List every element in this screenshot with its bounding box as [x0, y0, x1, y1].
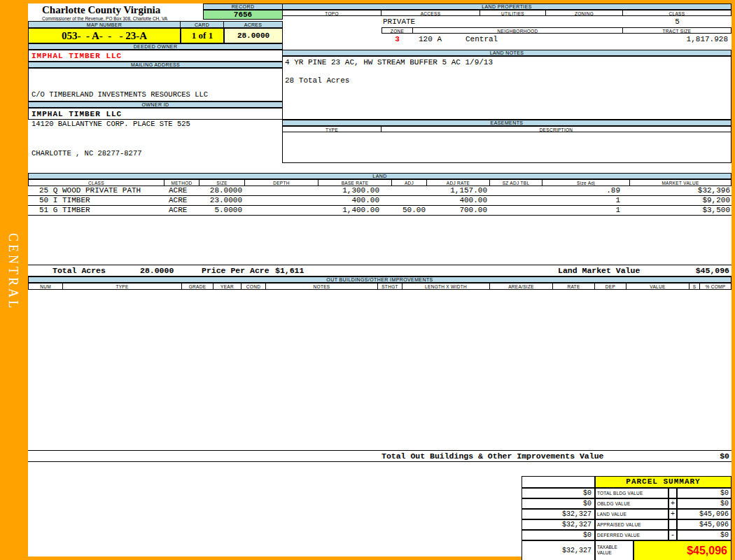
land-cell-method: ACRE: [164, 186, 200, 195]
total-bldg-value: $0: [677, 488, 732, 498]
prior-obldg-value: $0: [522, 498, 595, 509]
land-cell-adj: [392, 186, 427, 195]
land-cell-depth: [245, 206, 318, 215]
land-col-adj-rate: ADJ RATE: [427, 179, 490, 186]
tract-size-value: 1,817.928: [623, 35, 728, 44]
prior-appraised-value: $32,327: [522, 519, 595, 530]
land-cell-sz-adj-tbl: [490, 186, 542, 195]
easements-header: EASEMENTS: [282, 120, 732, 126]
ob-col-rate: RATE: [553, 283, 595, 290]
class-header: CLASS: [623, 10, 732, 16]
card-header: CARD: [181, 21, 224, 28]
land-cell-size: 23.0000: [200, 196, 245, 205]
map-number-header: MAP NUMBER: [28, 21, 181, 28]
land-table-row: 51 G TIMBER ACRE 5.0000 1,400.00 50.00 7…: [28, 206, 732, 216]
appraised-value-label: APPRAISED VALUE: [595, 519, 668, 530]
ob-col-year: YEAR: [214, 283, 241, 290]
land-cell-adj-rate: 700.00: [427, 206, 490, 215]
land-cell-sz-adj-tbl: [490, 206, 542, 215]
land-cell-size-adj: .89: [542, 186, 630, 195]
easement-description-header: DESCRIPTION: [382, 126, 732, 132]
prior-deferred-value: $0: [522, 530, 595, 540]
summary-row-land: $32,327 LAND VALUE + $45,096: [522, 509, 732, 519]
land-table-row: 50 I TIMBER ACRE 23.0000 400.00 400.00 1…: [28, 196, 732, 206]
land-notes-box: 4 YR PINE 23 AC, HW STREAM BUFFER 5 AC 1…: [282, 56, 732, 120]
easement-type-header: TYPE: [282, 126, 382, 132]
summary-row-appraised: $32,327 APPRAISED VALUE $45,096: [522, 519, 732, 530]
out-buildings-totals-bar: Total Out Buildings & Other Improvements…: [28, 450, 732, 462]
record-header: RECORD: [203, 4, 283, 10]
ob-col-type: TYPE: [63, 283, 182, 290]
zone-value: 3: [382, 35, 413, 44]
land-cell-depth: [245, 186, 318, 195]
land-value-label: LAND VALUE: [595, 509, 668, 519]
land-table-row: 25 Q WOOD PRIVATE PATH ACRE 28.0000 1,30…: [28, 186, 732, 196]
total-bldg-op: [668, 488, 677, 498]
summary-row-taxable: $32,327 TAXABLE VALUE $45,096: [522, 540, 732, 560]
land-notes-line2: 28 Total Acres: [285, 76, 349, 85]
ob-col-area-size: AREA/SIZE: [490, 283, 553, 290]
price-per-acre-value: $1,611: [275, 265, 304, 276]
ob-col-cond: COND: [241, 283, 266, 290]
parcel-summary: PARCEL SUMMARY $0 TOTAL BLDG VALUE $0 $0…: [522, 476, 732, 560]
land-col-adj: ADJ: [392, 179, 427, 186]
land-cell-sz-adj-tbl: [490, 196, 542, 205]
record-value: 7656: [203, 10, 283, 20]
appraised-value: $45,096: [677, 519, 732, 530]
out-buildings-header: OUT BUILDINGS/OTHER IMPROVEMENTS: [28, 276, 732, 283]
summary-row-obldg: $0 OBLDG VALUE + $0: [522, 498, 732, 509]
parcel-id-headers: MAP NUMBER CARD ACRES: [28, 21, 283, 28]
district-label: CENTRAL: [6, 233, 20, 345]
land-market-value-label: Land Market Value: [558, 265, 640, 276]
land-value: $45,096: [677, 509, 732, 519]
land-cell-adj: [392, 196, 427, 205]
utilities-header: UTILITIES: [480, 10, 546, 16]
county-title: Charlotte County Virginia: [29, 4, 203, 16]
class-value: 5: [623, 18, 732, 27]
mailing-address-value: C/O TIMBERLAND INVESTMENTS RESOURCES LLC…: [28, 68, 283, 102]
prior-total-bldg-value: $0: [522, 488, 595, 498]
out-buildings-total-label: Total Out Buildings & Other Improvements…: [382, 451, 603, 461]
land-cell-class: 51 G TIMBER: [28, 206, 164, 215]
summary-row-deferred: $0 DEFERRED VALUE - $0: [522, 530, 732, 540]
land-cell-size-adj: 1: [542, 206, 630, 215]
total-acres-value: 28.0000: [140, 265, 174, 276]
ob-col-grade: GRADE: [182, 283, 214, 290]
neighborhood-code: 120 A: [419, 35, 442, 44]
obldg-value: $0: [677, 498, 732, 509]
ob-col-sthgt: STHGT: [378, 283, 402, 290]
taxable-value-label: TAXABLE VALUE: [595, 540, 634, 560]
access-header: ACCESS: [382, 10, 480, 16]
land-op: +: [668, 509, 677, 519]
taxable-label-line2: VALUE: [597, 550, 633, 556]
land-market-value: $45,096: [696, 265, 729, 276]
parcel-summary-title-row: PARCEL SUMMARY: [522, 476, 732, 488]
land-cell-adj-rate: 400.00: [427, 196, 490, 205]
summary-row-total-bldg: $0 TOTAL BLDG VALUE $0: [522, 488, 732, 498]
land-col-size: SIZE: [200, 179, 245, 186]
zoning-header: ZONING: [546, 10, 623, 16]
land-col-market-value: MARKET VALUE: [630, 179, 732, 186]
zone-header: ZONE: [382, 27, 413, 34]
taxable-value: $45,096: [634, 540, 732, 560]
land-properties-header: LAND PROPERTIES: [282, 4, 732, 10]
prior-land-value: $32,327: [522, 509, 595, 519]
topo-header: TOPO: [282, 10, 382, 16]
mailing-address-line3: CHARLOTTE , NC 28277-8277: [31, 148, 282, 158]
neighborhood-name: Central: [465, 35, 498, 44]
deferred-op: -: [668, 530, 677, 540]
prior-taxable-value: $32,327: [522, 540, 595, 560]
land-col-depth: DEPTH: [245, 179, 318, 186]
out-buildings-columns: NUM TYPE GRADE YEAR COND NOTES STHGT LEN…: [28, 283, 732, 290]
land-cell-adj-rate: 1,157.00: [427, 186, 490, 195]
county-header: Charlotte County Virginia Commissioner o…: [29, 4, 203, 22]
land-cell-adj: 50.00: [392, 206, 427, 215]
parcel-summary-prior-blank: [522, 476, 595, 488]
easements-box: [282, 132, 732, 163]
land-col-sz-adj-tbl: SZ ADJ TBL: [490, 179, 542, 186]
taxable-label-line1: TAXABLE: [597, 545, 633, 550]
land-properties-columns: TOPO ACCESS UTILITIES ZONING CLASS: [282, 10, 732, 16]
access-value: PRIVATE: [383, 18, 415, 27]
owner-id-value: IMPHAL TIMBER LLC: [28, 108, 283, 120]
easements-columns: TYPE DESCRIPTION: [282, 126, 732, 132]
